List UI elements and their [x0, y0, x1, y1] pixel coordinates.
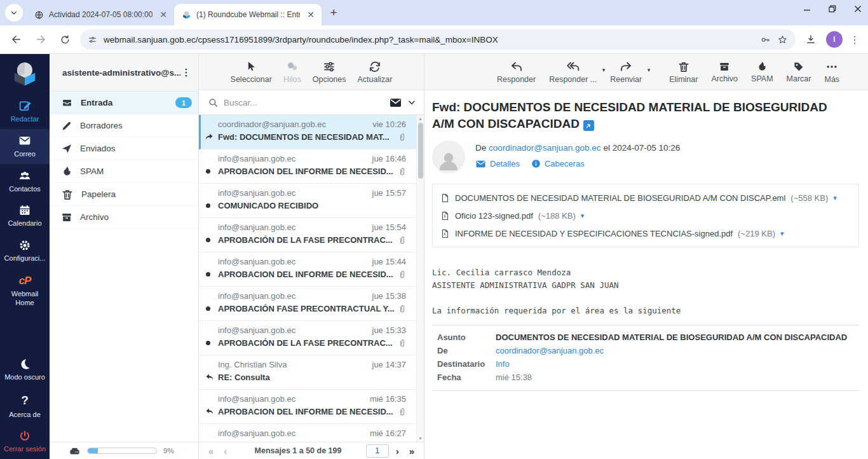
attachment-size: (~219 KB): [738, 229, 775, 238]
details-link[interactable]: Detalles: [475, 159, 520, 168]
detail-value[interactable]: coordinador@sanjuan.gob.ec: [496, 344, 604, 357]
tab-close-icon[interactable]: ✕: [305, 9, 316, 20]
close-icon[interactable]: [854, 5, 862, 13]
from-address-link[interactable]: coordinador@sanjuan.gob.ec: [489, 143, 601, 153]
open-in-new-window-icon[interactable]: [583, 120, 594, 131]
list-toolbar-actualizar[interactable]: Actualizar: [355, 59, 395, 85]
folder-papelera[interactable]: Papelera: [50, 183, 198, 206]
mail-toolbar-más[interactable]: Más: [822, 59, 842, 85]
attachment-row: DOCUMENTOS DE NECESIDAD MATERIAL DE BIOS…: [440, 189, 851, 207]
reload-icon[interactable]: [56, 31, 74, 48]
rail-item-acerca-de[interactable]: ?Acerca de: [0, 387, 50, 425]
unread-dot-icon: [206, 203, 210, 208]
message-row[interactable]: info@sanjuan.gob.ecjue 16:46APROBACION D…: [199, 149, 416, 184]
mail-toolbar-reenviar[interactable]: ▾Reenviar: [607, 59, 644, 85]
headers-link[interactable]: Cabeceras: [531, 159, 585, 168]
mail-toolbar-responder-[interactable]: ▾Responder ...: [546, 59, 599, 85]
rail-item-contactos[interactable]: Contactos: [0, 164, 50, 199]
folder-borradores[interactable]: Borradores: [50, 114, 198, 137]
message-row[interactable]: info@sanjuan.gob.ecjue 15:38APROBACIÓN F…: [199, 287, 416, 321]
attachment-name[interactable]: INFORME DE NECESIDAD Y ESPECIFICACIONES …: [455, 229, 733, 238]
browser-tab-2[interactable]: (1) Roundcube Webmail :: Entra ✕: [174, 4, 322, 25]
restore-icon[interactable]: [829, 5, 836, 13]
message-date: jue 15:44: [372, 257, 407, 266]
message-rows: coordinador@sanjuan.gob.ecvie 10:26Fwd: …: [199, 115, 424, 442]
flame-icon: [61, 165, 72, 177]
bookmark-star-icon[interactable]: [777, 34, 788, 45]
list-toolbar-seleccionar[interactable]: Seleccionar: [228, 59, 275, 85]
button-label: Actualizar: [358, 75, 393, 84]
profile-avatar[interactable]: I: [826, 31, 843, 48]
rail-item-label: Configuraci...: [4, 254, 46, 263]
attachment-menu-caret-icon[interactable]: ▾: [581, 212, 585, 220]
rail-item-calendario[interactable]: Calendario: [0, 198, 50, 233]
address-bar[interactable]: webmail.sanjuan.gob.ec/cpsess1716951899/…: [80, 29, 796, 50]
mail-toolbar-responder[interactable]: Responder: [494, 59, 538, 85]
folder-archivo[interactable]: Archivo: [50, 206, 198, 229]
folder-name: Archivo: [80, 212, 109, 222]
list-toolbar-hilos[interactable]: Hilos: [281, 59, 304, 85]
message-row[interactable]: info@sanjuan.gob.ecjue 15:44APROBACION D…: [199, 252, 416, 287]
archive-icon: [61, 212, 72, 223]
rail-item-webmail-home[interactable]: cPWebmail Home: [0, 268, 50, 313]
message-row[interactable]: info@sanjuan.gob.ecmié 16:27: [199, 424, 416, 442]
browser-menu-icon[interactable]: ⋮: [849, 34, 860, 46]
mail-toolbar-archivo[interactable]: Archivo: [709, 60, 740, 85]
folder-entrada[interactable]: Entrada1: [50, 92, 198, 114]
forward-icon[interactable]: [32, 31, 50, 48]
minimize-icon[interactable]: [803, 5, 811, 13]
attachment-row: INFORME DE NECESIDAD Y ESPECIFICACIONES …: [440, 224, 851, 242]
mail-toolbar-marcar[interactable]: Marcar: [784, 59, 814, 85]
mail-toolbar-spam[interactable]: SPAM: [749, 59, 776, 85]
detail-label: Destinatario: [437, 357, 496, 371]
unread-dot-icon: [206, 306, 210, 311]
back-icon[interactable]: [8, 31, 25, 48]
browser-tab-1[interactable]: Actividad 2024-07-05 08:00:00 ✕: [27, 4, 174, 25]
folder-enviados[interactable]: Enviados: [50, 137, 198, 160]
rail-item-label: Contactos: [9, 185, 41, 194]
search-scope-envelope-icon[interactable]: [389, 97, 402, 108]
folder-spam[interactable]: SPAM: [50, 160, 198, 183]
attachment-name[interactable]: Oficio 123-signed.pdf: [455, 211, 533, 221]
page-number-input[interactable]: [366, 444, 389, 458]
rail-item-modo-oscuro[interactable]: Modo oscuro: [0, 352, 50, 387]
attachment-menu-caret-icon[interactable]: ▾: [780, 230, 784, 238]
header-detail-row: DestinatarioInfo: [437, 357, 859, 371]
rail-item-cerrar-sesi-n[interactable]: Cerrar sesión: [0, 424, 50, 459]
new-tab-button[interactable]: +: [325, 4, 342, 21]
paperclip-icon: [397, 167, 407, 177]
folder-options-icon[interactable]: ⋮: [180, 67, 192, 78]
tune-icon[interactable]: [88, 35, 97, 45]
detail-value[interactable]: Info: [496, 357, 510, 371]
message-row[interactable]: info@sanjuan.gob.ecjue 15:33APROBACIÓN D…: [199, 321, 416, 355]
dropdown-caret-icon[interactable]: ▾: [602, 67, 606, 73]
search-options-chevron-icon[interactable]: [407, 98, 416, 107]
rail-item-correo[interactable]: Correo: [0, 129, 50, 164]
search-input[interactable]: [224, 98, 384, 107]
rail-item-redactar[interactable]: Redactar: [0, 93, 50, 129]
prev-page-icon[interactable]: ‹: [220, 446, 230, 456]
mail-toolbar-eliminar[interactable]: Eliminar: [667, 59, 700, 85]
attachment-name[interactable]: DOCUMENTOS DE NECESIDAD MATERIAL DE BIOS…: [455, 193, 785, 203]
tab-close-icon[interactable]: ✕: [158, 9, 169, 20]
message-row[interactable]: info@sanjuan.gob.ecmié 16:35APROBACION D…: [199, 390, 416, 424]
password-key-icon[interactable]: [760, 34, 771, 45]
message-row[interactable]: info@sanjuan.gob.ecjue 15:54APROBACIÓN D…: [199, 218, 416, 252]
message-row[interactable]: Ing. Christian Silvajue 14:37RE: Consult…: [199, 355, 416, 390]
dropdown-caret-icon[interactable]: ▾: [648, 67, 651, 73]
message-row[interactable]: info@sanjuan.gob.ecjue 15:57COMUNICADO R…: [199, 184, 416, 218]
list-toolbar-opciones[interactable]: Opciones: [310, 59, 349, 85]
attachment-menu-caret-icon[interactable]: ▾: [833, 194, 837, 202]
url-text[interactable]: webmail.sanjuan.gob.ec/cpsess1716951899/…: [104, 35, 754, 45]
reply-all-icon: [567, 60, 580, 73]
mail-icon: [18, 135, 32, 147]
tab-list-button[interactable]: [5, 4, 23, 22]
next-page-icon[interactable]: ›: [393, 446, 402, 456]
download-icon[interactable]: [802, 31, 820, 48]
list-scrollbar[interactable]: ▲▼: [416, 115, 424, 442]
quota-percent: 9%: [163, 447, 174, 455]
message-row[interactable]: coordinador@sanjuan.gob.ecvie 10:26Fwd: …: [199, 115, 416, 149]
last-page-icon[interactable]: »: [406, 446, 417, 456]
first-page-icon[interactable]: «: [205, 446, 217, 456]
rail-item-configuraci-[interactable]: Configuraci...: [0, 233, 50, 268]
